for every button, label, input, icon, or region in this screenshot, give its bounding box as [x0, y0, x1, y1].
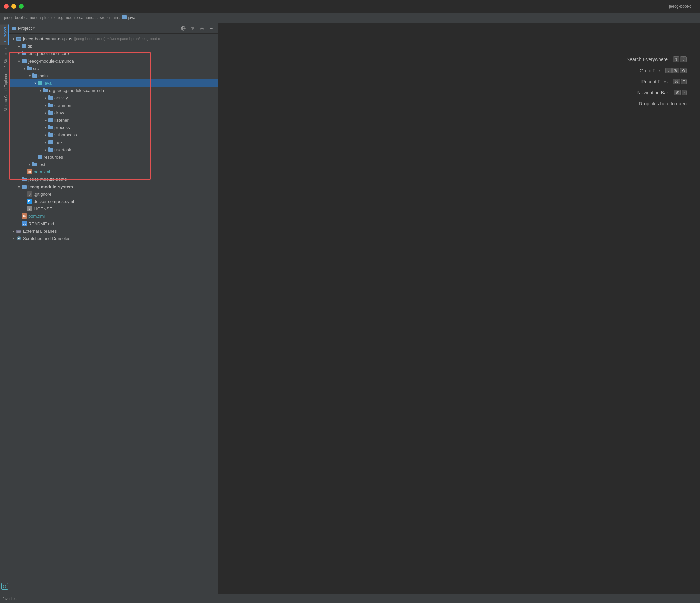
- tree-item-org-package[interactable]: org.jeecg.modules.camunda: [9, 87, 218, 94]
- panel-folder-icon: [12, 26, 17, 31]
- tree-item-resources[interactable]: resources: [9, 153, 218, 161]
- tree-item-test[interactable]: test: [9, 161, 218, 168]
- task-icon: [48, 141, 53, 144]
- tree-item-root[interactable]: jeecg-boot-camunda-plus [jeecg-boot-pare…: [9, 35, 218, 42]
- common-label: common: [54, 103, 71, 108]
- breadcrumb-item-1[interactable]: jeecg-boot-camunda-plus: [4, 16, 49, 20]
- svg-rect-1: [12, 27, 14, 28]
- svg-rect-18: [28, 200, 29, 201]
- settings-button[interactable]: [199, 25, 205, 32]
- bottom-strip: favorites: [0, 594, 700, 603]
- tree-item-listener[interactable]: listener: [9, 116, 218, 124]
- tree-item-pom-camunda[interactable]: m pom.xml: [9, 168, 218, 175]
- resources-label: resources: [44, 155, 63, 160]
- db-folder-icon: [22, 44, 26, 48]
- ext-libs-arrow: [11, 228, 16, 234]
- maximize-button[interactable]: [19, 4, 24, 9]
- tree-item-module-demo[interactable]: jeecg-module-demo: [9, 175, 218, 183]
- breadcrumb: jeecg-boot-camunda-plus › jeecg-module-c…: [0, 13, 700, 23]
- tree-item-module-camunda[interactable]: jeecg-module-camunda: [9, 57, 218, 65]
- navigation-bar-item[interactable]: Navigation Bar ⌘ ↑: [638, 90, 686, 96]
- tree-item-readme[interactable]: MD README.md: [9, 220, 218, 227]
- docker-icon: [27, 199, 32, 204]
- drop-files-label: Drop files here to open: [639, 101, 686, 106]
- pom-camunda-icon: m: [27, 169, 32, 174]
- readme-label: README.md: [28, 221, 54, 226]
- tree-item-process[interactable]: process: [9, 124, 218, 131]
- pom-camunda-label: pom.xml: [34, 169, 50, 174]
- module-system-label: jeecg-module-system: [28, 184, 73, 189]
- subprocess-label: subprocess: [54, 132, 77, 137]
- tree-item-task[interactable]: task: [9, 139, 218, 146]
- pom-root-spacer: [16, 213, 22, 219]
- org-arrow: [38, 88, 43, 93]
- go-to-file-shortcut: ⇧ ⌘ O: [665, 68, 686, 73]
- common-icon: [48, 103, 53, 107]
- pom-root-label: pom.xml: [28, 214, 45, 219]
- scratches-arrow: [11, 235, 16, 241]
- usertask-icon: [48, 148, 53, 152]
- go-to-file-key3: O: [680, 68, 686, 73]
- sidebar-item-structure[interactable]: 2: Structure: [0, 46, 9, 70]
- subprocess-arrow: [43, 132, 48, 137]
- main-icon: [32, 74, 37, 78]
- breadcrumb-item-2[interactable]: jeecg-module-camunda: [53, 16, 96, 20]
- tree-item-usertask[interactable]: usertask: [9, 146, 218, 153]
- gitignore-icon: .git: [27, 191, 32, 197]
- module-demo-icon: [22, 177, 27, 181]
- go-to-file-item[interactable]: Go to File ⇧ ⌘ O: [640, 68, 686, 73]
- breadcrumb-folder-icon: [122, 16, 127, 19]
- favorites-label[interactable]: favorites: [3, 597, 17, 601]
- task-label: task: [54, 140, 62, 145]
- panel-dropdown-arrow[interactable]: ▾: [33, 26, 35, 30]
- recent-files-item[interactable]: Recent Files ⌘ E: [642, 79, 686, 84]
- root-path: ~/workspace-bpmn/jeecg-boot-c: [107, 36, 160, 41]
- window-title: jeecg-boot-c...: [669, 4, 695, 9]
- base-core-icon: [22, 52, 26, 55]
- nav-bar-key1: ⌘: [674, 90, 681, 96]
- tree-item-draw[interactable]: draw: [9, 109, 218, 116]
- docker-label: docker-compose.yml: [34, 199, 74, 204]
- sidebar-item-alibaba[interactable]: Alibaba Cloud Explorer: [0, 71, 9, 114]
- tree-item-docker[interactable]: docker-compose.yml: [9, 198, 218, 205]
- resources-spacer: [32, 154, 38, 160]
- tree-item-src[interactable]: src: [9, 65, 218, 72]
- search-everywhere-item[interactable]: Search Everywhere ⇧ ⇧: [627, 56, 686, 62]
- org-icon: [43, 89, 48, 93]
- svg-rect-13: [22, 59, 24, 60]
- readme-spacer: [16, 221, 22, 226]
- tree-item-db[interactable]: db: [9, 42, 218, 50]
- svg-rect-19: [29, 200, 30, 201]
- sidebar-item-project[interactable]: 1: Project: [0, 24, 9, 45]
- main-layout: 1: Project 2: Structure Alibaba Cloud Ex…: [0, 23, 700, 603]
- root-arrow: [11, 36, 16, 41]
- structure-icon[interactable]: { }: [0, 583, 9, 589]
- tree-item-ext-libs[interactable]: External Libraries: [9, 227, 218, 234]
- tree-item-gitignore[interactable]: .git .gitignore: [9, 190, 218, 198]
- breadcrumb-item-4[interactable]: main: [109, 16, 118, 20]
- tree-item-java[interactable]: java: [9, 79, 218, 87]
- collapse-button[interactable]: −: [208, 25, 215, 32]
- tree-item-common[interactable]: common: [9, 101, 218, 109]
- close-button[interactable]: [4, 4, 9, 9]
- process-icon: [48, 126, 53, 129]
- tree-item-scratches[interactable]: Scratches and Consoles: [9, 234, 218, 242]
- tree-item-main[interactable]: main: [9, 72, 218, 79]
- activity-icon: [48, 96, 53, 100]
- breadcrumb-item-5[interactable]: java: [128, 16, 135, 20]
- root-module-icon: [16, 36, 22, 41]
- module-camunda-label: jeecg-module-camunda: [28, 58, 74, 64]
- tree-item-activity[interactable]: activity: [9, 94, 218, 101]
- tree-item-subprocess[interactable]: subprocess: [9, 131, 218, 139]
- project-tree[interactable]: jeecg-boot-camunda-plus [jeecg-boot-pare…: [9, 33, 218, 603]
- db-arrow: [16, 43, 22, 49]
- tree-item-base-core[interactable]: ieecg-boot-base-core: [9, 50, 218, 57]
- tree-item-license[interactable]: L LICENSE: [9, 205, 218, 212]
- filter-button[interactable]: [189, 25, 196, 32]
- minimize-button[interactable]: [11, 4, 16, 9]
- tree-item-pom-root[interactable]: m pom.xml: [9, 212, 218, 220]
- globe-button[interactable]: [180, 25, 186, 32]
- tree-item-module-system[interactable]: jeecg-module-system: [9, 183, 218, 190]
- panel-actions: −: [180, 25, 215, 32]
- breadcrumb-item-3[interactable]: src: [100, 16, 105, 20]
